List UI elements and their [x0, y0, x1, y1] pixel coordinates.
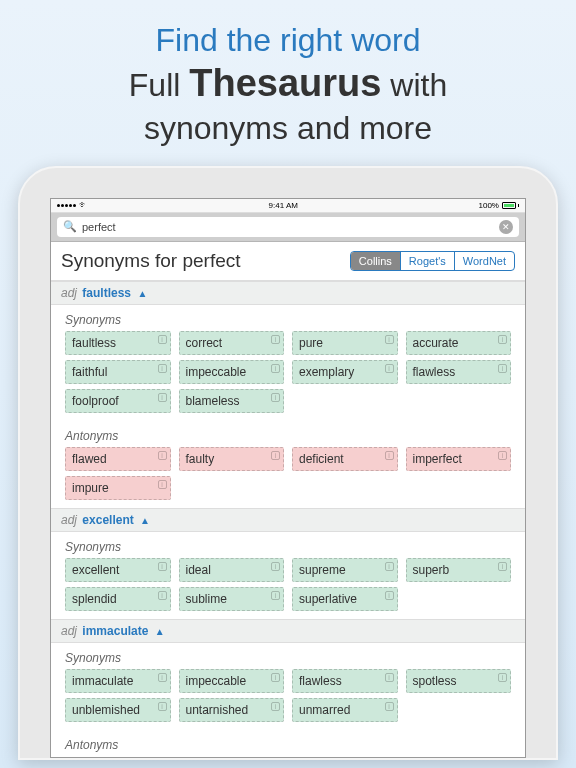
- word-chip[interactable]: foolproofi: [65, 389, 171, 413]
- word-chip[interactable]: excellenti: [65, 558, 171, 582]
- source-tabs: Collins Roget's WordNet: [350, 251, 515, 271]
- word-chip[interactable]: correcti: [179, 331, 285, 355]
- word-chip[interactable]: imperfecti: [406, 447, 512, 471]
- word-chip[interactable]: flawedi: [65, 447, 171, 471]
- promo-line-3: synonyms and more: [10, 108, 566, 148]
- clock: 9:41 AM: [269, 201, 298, 210]
- word-chip[interactable]: impeccablei: [179, 669, 285, 693]
- word-chip[interactable]: deficienti: [292, 447, 398, 471]
- promo-line-1: Find the right word: [10, 20, 566, 60]
- clear-icon[interactable]: ✕: [499, 220, 513, 234]
- sense-header-excellent[interactable]: adj excellent ▲: [51, 508, 525, 532]
- word-chip[interactable]: unmarredi: [292, 698, 398, 722]
- sense-header-faultless[interactable]: adj faultless ▲: [51, 281, 525, 305]
- sense-header-immaculate[interactable]: adj immaculate ▲: [51, 619, 525, 643]
- word-chip[interactable]: ideali: [179, 558, 285, 582]
- tab-collins[interactable]: Collins: [351, 252, 401, 270]
- synonym-list: immaculatei impeccablei flawlessi spotle…: [51, 669, 525, 730]
- antonyms-label: Antonyms: [51, 421, 525, 447]
- status-bar: ᯤ 9:41 AM 100%: [51, 199, 525, 213]
- synonyms-label: Synonyms: [51, 532, 525, 558]
- tab-rogets[interactable]: Roget's: [401, 252, 455, 270]
- word-chip[interactable]: faultyi: [179, 447, 285, 471]
- word-chip[interactable]: sublimei: [179, 587, 285, 611]
- word-chip[interactable]: impurei: [65, 476, 171, 500]
- promo-line-2: Full Thesaurus with: [10, 60, 566, 108]
- tab-wordnet[interactable]: WordNet: [455, 252, 514, 270]
- word-chip[interactable]: faultlessi: [65, 331, 171, 355]
- synonym-list: excellenti ideali supremei superbi splen…: [51, 558, 525, 619]
- antonyms-label: Antonyms: [51, 730, 525, 756]
- promo-headline: Find the right word Full Thesaurus with …: [0, 0, 576, 166]
- screen: ᯤ 9:41 AM 100% 🔍 perfect ✕ Synonyms for …: [50, 198, 526, 758]
- search-icon: 🔍: [63, 220, 77, 233]
- word-chip[interactable]: superlativei: [292, 587, 398, 611]
- word-chip[interactable]: flawlessi: [292, 669, 398, 693]
- page-title: Synonyms for perfect: [61, 250, 241, 272]
- word-chip[interactable]: flawlessi: [406, 360, 512, 384]
- synonyms-label: Synonyms: [51, 643, 525, 669]
- pos-label: adj: [61, 624, 77, 638]
- word-chip[interactable]: supremei: [292, 558, 398, 582]
- battery-percent: 100%: [479, 201, 499, 210]
- collapse-icon: ▲: [155, 626, 165, 637]
- signal-icon: [57, 204, 76, 207]
- word-chip[interactable]: purei: [292, 331, 398, 355]
- word-chip[interactable]: spotlessi: [406, 669, 512, 693]
- search-input[interactable]: 🔍 perfect ✕: [57, 217, 519, 237]
- word-chip[interactable]: immaculatei: [65, 669, 171, 693]
- battery-icon: [502, 202, 519, 209]
- content-header: Synonyms for perfect Collins Roget's Wor…: [51, 242, 525, 281]
- word-chip[interactable]: superbi: [406, 558, 512, 582]
- word-chip[interactable]: impeccablei: [179, 360, 285, 384]
- synonym-list: faultlessi correcti purei accuratei fait…: [51, 331, 525, 421]
- wifi-icon: ᯤ: [79, 200, 88, 210]
- search-bar: 🔍 perfect ✕: [51, 213, 525, 242]
- word-chip[interactable]: blamelessi: [179, 389, 285, 413]
- word-chip[interactable]: exemplaryi: [292, 360, 398, 384]
- collapse-icon: ▲: [140, 515, 150, 526]
- word-chip[interactable]: unblemishedi: [65, 698, 171, 722]
- synonyms-label: Synonyms: [51, 305, 525, 331]
- antonym-list: flawedi faultyi deficienti imperfecti im…: [51, 447, 525, 508]
- word-chip[interactable]: accuratei: [406, 331, 512, 355]
- collapse-icon: ▲: [137, 288, 147, 299]
- word-chip[interactable]: splendidi: [65, 587, 171, 611]
- pos-label: adj: [61, 286, 77, 300]
- pos-label: adj: [61, 513, 77, 527]
- search-value: perfect: [82, 221, 116, 233]
- word-chip[interactable]: untarnishedi: [179, 698, 285, 722]
- word-chip[interactable]: faithfuli: [65, 360, 171, 384]
- device-frame: ᯤ 9:41 AM 100% 🔍 perfect ✕ Synonyms for …: [18, 166, 558, 760]
